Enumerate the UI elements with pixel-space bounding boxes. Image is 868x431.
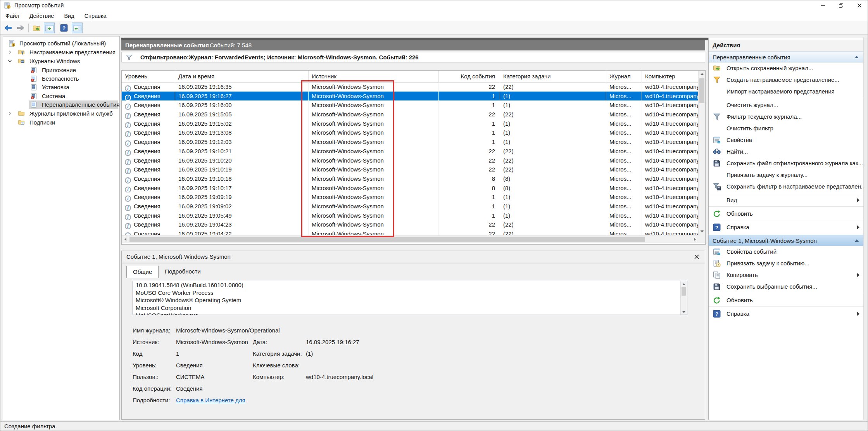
tab-general[interactable]: Общие bbox=[126, 266, 159, 278]
action-item[interactable]: Свойства bbox=[709, 134, 863, 146]
action-item[interactable]: Сохранить выбранные события... bbox=[709, 281, 863, 293]
menu-action[interactable]: Действие bbox=[24, 10, 59, 21]
column-header[interactable]: Дата и время bbox=[175, 71, 309, 82]
table-row[interactable]: iСведения16.09.2025 19:09:19Microsoft-Wi… bbox=[122, 192, 698, 202]
action-item[interactable]: Найти... bbox=[709, 146, 863, 158]
app-icon[interactable] bbox=[4, 2, 11, 9]
tree-item[interactable]: Установка bbox=[3, 83, 119, 92]
tree-item[interactable]: Просмотр событий (Локальный) bbox=[3, 39, 119, 48]
toggle-console-tree-button[interactable] bbox=[44, 23, 55, 33]
tab-details[interactable]: Подробности bbox=[159, 266, 207, 277]
scroll-right-arrow[interactable] bbox=[691, 235, 698, 243]
submenu-arrow-icon[interactable] bbox=[857, 225, 859, 229]
column-header[interactable]: Категория задачи bbox=[500, 71, 606, 82]
back-button[interactable] bbox=[3, 23, 14, 33]
table-row[interactable]: iСведения16.09.2025 19:10:21Microsoft-Wi… bbox=[122, 147, 698, 156]
table-row[interactable]: iСведения16.09.2025 19:10:18Microsoft-Wi… bbox=[122, 174, 698, 183]
submenu-arrow-icon[interactable] bbox=[857, 312, 859, 316]
menu-file[interactable]: Файл bbox=[0, 10, 24, 21]
description-scrollbar[interactable] bbox=[680, 281, 687, 315]
tree-item[interactable]: Настраиваемые представления bbox=[3, 48, 119, 57]
tree-item[interactable]: Безопасность bbox=[3, 74, 119, 83]
collapse-icon[interactable] bbox=[855, 239, 859, 242]
table-row[interactable]: iСведения16.09.2025 19:12:03Microsoft-Wi… bbox=[122, 137, 698, 147]
desc-scroll-thumb[interactable] bbox=[682, 287, 686, 296]
toggle-action-pane-button[interactable] bbox=[72, 23, 83, 33]
tree-item[interactable]: Подписки bbox=[3, 118, 119, 127]
action-item[interactable]: Вид bbox=[709, 194, 863, 206]
minimize-button[interactable] bbox=[814, 0, 832, 10]
list-vertical-scrollbar[interactable] bbox=[698, 71, 705, 235]
detail-field-label: Код bbox=[133, 350, 143, 358]
table-row[interactable]: iСведения16.09.2025 19:16:27Microsoft-Wi… bbox=[122, 92, 698, 101]
submenu-arrow-icon[interactable] bbox=[857, 198, 859, 202]
tree-item-label: Настраиваемые представления bbox=[29, 48, 116, 57]
table-row[interactable]: iСведения16.09.2025 19:16:35Microsoft-Wi… bbox=[122, 82, 698, 92]
table-row[interactable]: iСведения16.09.2025 19:16:00Microsoft-Wi… bbox=[122, 100, 698, 110]
open-saved-log-button[interactable] bbox=[31, 23, 42, 33]
cell-level-text: Сведения bbox=[134, 148, 160, 154]
action-item[interactable]: Открыть сохраненный журнал... bbox=[709, 62, 863, 74]
chevron-right-icon[interactable] bbox=[8, 50, 12, 54]
action-section-header[interactable]: Событие 1, Microsoft-Windows-Sysmon bbox=[709, 235, 863, 246]
tree-item[interactable]: Журналы Windows bbox=[3, 57, 119, 66]
action-item[interactable]: Сохранить файл отфильтрованного журнала … bbox=[709, 158, 863, 169]
action-item[interactable]: Обновить bbox=[709, 208, 863, 220]
column-header[interactable]: Источник bbox=[309, 71, 439, 82]
table-row[interactable]: iСведения16.09.2025 19:09:02Microsoft-Wi… bbox=[122, 202, 698, 211]
scroll-left-arrow[interactable] bbox=[122, 235, 129, 243]
action-item[interactable]: Фильтр текущего журнала... bbox=[709, 111, 863, 123]
column-header[interactable]: Журнал bbox=[606, 71, 642, 82]
forward-button[interactable] bbox=[15, 23, 26, 33]
action-item[interactable]: Копировать bbox=[709, 269, 863, 281]
restore-button[interactable] bbox=[832, 0, 850, 10]
table-row[interactable]: iСведения16.09.2025 19:04:23Microsoft-Wi… bbox=[122, 220, 698, 229]
scroll-down-arrow[interactable] bbox=[699, 228, 705, 235]
online-help-link[interactable]: Справка в Интернете для bbox=[176, 396, 245, 404]
action-item[interactable]: Привязать задачу к журналу... bbox=[709, 169, 863, 181]
tree-item[interactable]: Перенаправленные события bbox=[3, 100, 119, 109]
action-item[interactable]: Сохранить фильтр в настраиваемое предста… bbox=[709, 181, 863, 192]
action-item[interactable]: Очистить фильтр bbox=[709, 123, 863, 134]
table-row[interactable]: iСведения16.09.2025 19:05:49Microsoft-Wi… bbox=[122, 211, 698, 220]
desc-scroll-down-arrow[interactable] bbox=[681, 309, 687, 315]
action-item[interactable]: Создать настраиваемое представление... bbox=[709, 74, 863, 86]
action-item[interactable]: ?Справка bbox=[709, 308, 863, 320]
help-button[interactable]: ? bbox=[59, 23, 69, 33]
menu-view[interactable]: Вид bbox=[59, 10, 79, 21]
tree-item[interactable]: Журналы приложений и служб bbox=[3, 109, 119, 118]
actions-scrollbar[interactable] bbox=[863, 38, 868, 420]
action-item[interactable]: Очистить журнал... bbox=[709, 99, 863, 111]
column-header[interactable]: Компьютер bbox=[642, 71, 698, 82]
action-item[interactable]: Свойства событий bbox=[709, 246, 863, 258]
column-header[interactable]: Уровень bbox=[122, 71, 175, 82]
vertical-scroll-thumb[interactable] bbox=[699, 78, 704, 103]
table-row[interactable]: iСведения16.09.2025 19:04:22Microsoft-Wi… bbox=[122, 229, 698, 235]
event-description-box[interactable]: 10.0.19041.5848 (WinBuild.160101.0800)Mo… bbox=[133, 281, 687, 315]
desc-scroll-up-arrow[interactable] bbox=[681, 281, 687, 287]
close-button[interactable] bbox=[850, 0, 868, 10]
column-header[interactable]: Код события bbox=[439, 71, 500, 82]
menu-help[interactable]: Справка bbox=[79, 10, 112, 21]
table-row[interactable]: iСведения16.09.2025 19:10:19Microsoft-Wi… bbox=[122, 165, 698, 174]
details-close-icon[interactable] bbox=[694, 254, 699, 260]
action-section-header[interactable]: Перенаправленные события bbox=[709, 51, 863, 62]
collapse-icon[interactable] bbox=[855, 56, 859, 58]
tree-item[interactable]: Система bbox=[3, 92, 119, 100]
submenu-arrow-icon[interactable] bbox=[857, 273, 859, 277]
table-row[interactable]: iСведения16.09.2025 19:15:05Microsoft-Wi… bbox=[122, 110, 698, 119]
action-item[interactable]: Импорт настраиваемого представления bbox=[709, 86, 863, 97]
table-row[interactable]: iСведения16.09.2025 19:13:08Microsoft-Wi… bbox=[122, 128, 698, 137]
table-row[interactable]: iСведения16.09.2025 19:10:17Microsoft-Wi… bbox=[122, 183, 698, 193]
chevron-down-icon[interactable] bbox=[8, 59, 12, 63]
list-horizontal-scrollbar[interactable] bbox=[122, 235, 698, 243]
chevron-right-icon[interactable] bbox=[8, 111, 12, 116]
scroll-up-arrow[interactable] bbox=[699, 71, 705, 77]
horizontal-scroll-thumb[interactable] bbox=[129, 237, 645, 242]
action-item[interactable]: Привязать задачу к событию... bbox=[709, 258, 863, 269]
table-row[interactable]: iСведения16.09.2025 19:15:02Microsoft-Wi… bbox=[122, 119, 698, 128]
action-item[interactable]: Обновить bbox=[709, 294, 863, 306]
action-item[interactable]: ?Справка bbox=[709, 222, 863, 233]
tree-item[interactable]: Приложение bbox=[3, 66, 119, 74]
table-row[interactable]: iСведения16.09.2025 19:10:20Microsoft-Wi… bbox=[122, 156, 698, 165]
